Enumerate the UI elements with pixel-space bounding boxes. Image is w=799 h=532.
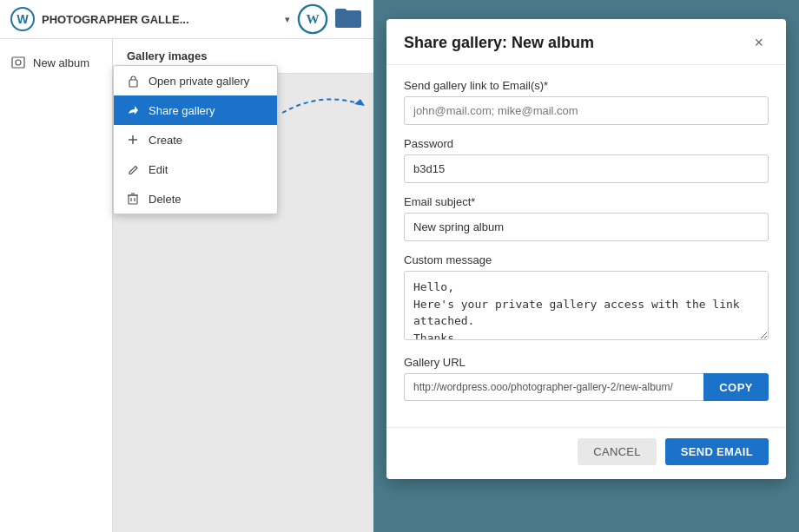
svg-rect-4 (12, 57, 24, 68)
custom-message-label: Custom message (404, 253, 769, 266)
edit-icon (126, 162, 140, 176)
lock-icon (126, 74, 140, 88)
context-menu-share-gallery[interactable]: Share gallery (114, 95, 277, 125)
svg-rect-9 (129, 195, 137, 204)
modal-header: Share gallery: New album × (386, 19, 786, 65)
email-subject-input[interactable] (404, 213, 769, 241)
share-gallery-label: Share gallery (149, 104, 215, 117)
share-icon (126, 103, 140, 117)
gallery-url-input[interactable] (404, 373, 703, 401)
modal-footer: CANCEL SEND EMAIL (386, 427, 786, 479)
email-group: Send gallery link to Email(s)* (404, 79, 769, 125)
custom-message-group: Custom message (404, 253, 769, 344)
delete-icon (126, 192, 140, 206)
share-gallery-modal: Share gallery: New album × Send gallery … (386, 19, 786, 479)
copy-button[interactable]: COPY (703, 373, 769, 401)
email-label: Send gallery link to Email(s)* (404, 79, 769, 92)
context-menu-delete[interactable]: Delete (114, 184, 277, 213)
context-menu-create[interactable]: Create (114, 125, 277, 154)
custom-message-input[interactable] (404, 271, 769, 340)
email-subject-label: Email subject* (404, 195, 769, 208)
top-bar-title: PHOTOGRAPHER GALLE... (42, 13, 278, 26)
create-label: Create (149, 134, 182, 147)
dashed-arrow (278, 87, 373, 122)
password-label: Password (404, 137, 769, 150)
gallery-url-label: Gallery URL (404, 356, 769, 369)
context-menu: Open private gallery Share gallery Creat… (113, 65, 278, 214)
svg-rect-6 (129, 80, 137, 87)
send-email-button[interactable]: SEND EMAIL (665, 438, 769, 465)
wordpress-icon: W (297, 3, 328, 35)
close-button[interactable]: × (749, 33, 769, 52)
sidebar: New album (0, 39, 113, 532)
svg-marker-14 (354, 99, 365, 106)
plus-icon (126, 133, 140, 147)
gallery-url-group: Gallery URL COPY (404, 356, 769, 401)
password-group: Password (404, 137, 769, 183)
top-bar: W PHOTOGRAPHER GALLE... ▾ W (0, 0, 373, 39)
password-input[interactable] (404, 154, 769, 183)
svg-point-5 (16, 60, 21, 65)
modal-title: Share gallery: New album (404, 34, 594, 52)
logo-icon: W (10, 7, 35, 31)
email-input[interactable] (404, 96, 769, 125)
url-row: COPY (404, 373, 769, 401)
svg-rect-3 (335, 9, 347, 15)
new-album-icon (10, 55, 26, 70)
edit-label: Edit (149, 163, 168, 176)
sidebar-item-new-album[interactable]: New album (0, 46, 112, 79)
modal-body: Send gallery link to Email(s)* Password … (386, 65, 786, 427)
folder-icon (335, 5, 363, 33)
open-private-label: Open private gallery (149, 75, 249, 88)
context-menu-open-private[interactable]: Open private gallery (114, 66, 277, 95)
email-subject-group: Email subject* (404, 195, 769, 241)
svg-text:W: W (306, 11, 319, 26)
context-menu-edit[interactable]: Edit (114, 154, 277, 184)
chevron-down-icon[interactable]: ▾ (285, 14, 290, 25)
sidebar-item-label: New album (33, 56, 89, 69)
cancel-button[interactable]: CANCEL (578, 438, 657, 465)
delete-label: Delete (149, 193, 182, 206)
